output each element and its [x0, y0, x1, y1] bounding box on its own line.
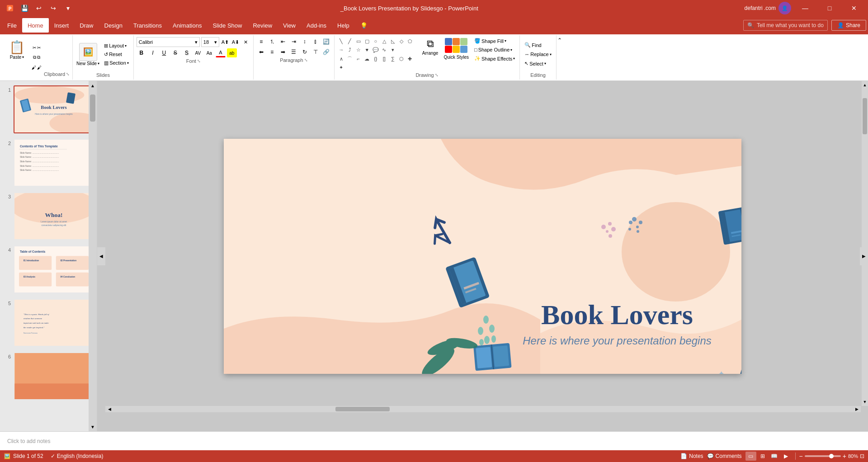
layout-button[interactable]: ⊞ Layout ▾: [102, 42, 131, 50]
menu-slideshow[interactable]: Slide Show: [207, 18, 247, 33]
paste-button[interactable]: 📋 Paste ▾: [6, 38, 28, 61]
slide-thumb-2[interactable]: Contents of This Template Slide Name: ..…: [14, 139, 94, 187]
notes-placeholder[interactable]: Click to add notes: [7, 438, 50, 444]
undo-button[interactable]: ↩: [33, 2, 45, 14]
char-spacing-button[interactable]: AV: [193, 48, 203, 57]
shapes-more[interactable]: ▾: [389, 46, 397, 54]
align-right-button[interactable]: ➡: [278, 47, 288, 57]
copy-button[interactable]: ⧉ ⧉: [29, 53, 44, 62]
font-expand-icon[interactable]: ⤡: [197, 59, 201, 63]
vscroll-thumb[interactable]: [863, 98, 867, 134]
menu-review[interactable]: Review: [247, 18, 278, 33]
menu-animations[interactable]: Animations: [167, 18, 207, 33]
new-slide-button[interactable]: 🖼️ New Slide ▾: [75, 42, 100, 67]
font-size-dropdown[interactable]: ▾: [214, 39, 217, 45]
shape-brace[interactable]: []: [380, 55, 388, 63]
menu-file[interactable]: File: [2, 18, 22, 33]
menu-insert[interactable]: Insert: [49, 18, 75, 33]
list-item[interactable]: 2 Contents of This Template Slide Name: …: [2, 138, 95, 188]
shape-cross[interactable]: ✚: [406, 55, 414, 63]
shape-wave[interactable]: ∿: [380, 46, 388, 54]
vscroll-down[interactable]: ▼: [862, 398, 868, 406]
save-button[interactable]: 💾: [18, 2, 31, 14]
slide-thumb-4[interactable]: Table of Contents 01 Introduction 02 Pre…: [14, 245, 94, 293]
shape-outline-button[interactable]: □ Shape Outline ▾: [472, 46, 517, 53]
language-indicator[interactable]: ✓ English (Indonesia): [51, 453, 104, 459]
fit-slide-button[interactable]: ⊡: [860, 453, 864, 459]
justify-button[interactable]: ☰: [289, 47, 299, 57]
arrange-button[interactable]: ⧉ Arrange: [420, 37, 440, 57]
new-slide-dropdown[interactable]: ▾: [98, 61, 99, 66]
bold-button[interactable]: B: [137, 48, 146, 57]
list-item[interactable]: 5 "This is a quote. Words full of wisdom…: [2, 298, 95, 348]
slide-thumb-1[interactable]: Book Lovers Here is where your presentat…: [14, 85, 94, 133]
menu-help-icon[interactable]: 💡: [355, 18, 373, 33]
hscroll-left[interactable]: ◀: [105, 406, 113, 412]
shape-curved-arrow[interactable]: ⤴: [346, 46, 354, 54]
menu-help[interactable]: Help: [332, 18, 355, 33]
clear-formatting-button[interactable]: ✕: [241, 38, 250, 47]
shape-right-triangle[interactable]: ◺: [389, 37, 397, 45]
shape-bracket[interactable]: {}: [372, 55, 380, 63]
shape-freeform[interactable]: ∧: [337, 55, 345, 63]
font-color-button[interactable]: A: [216, 48, 226, 57]
align-text-button[interactable]: ⊤: [311, 47, 321, 57]
zoom-thumb[interactable]: [829, 454, 834, 458]
shape-heart[interactable]: ♥: [363, 46, 371, 54]
scroll-up-button[interactable]: ▲: [89, 81, 97, 90]
text-highlight-button[interactable]: ab: [227, 48, 237, 57]
increase-indent-button[interactable]: ⇥: [289, 37, 299, 46]
normal-view-button[interactable]: ▭: [745, 452, 756, 461]
paragraph-group-label[interactable]: Paragraph ⤡: [280, 57, 307, 63]
reset-button[interactable]: ↺ Reset: [102, 51, 131, 58]
clipboard-expand-icon[interactable]: ⤡: [66, 72, 70, 76]
paste-dropdown-icon[interactable]: ▾: [22, 55, 24, 59]
drawing-group-label[interactable]: Drawing ⤡: [415, 72, 438, 78]
list-item[interactable]: 3 Whoa! Lorem ipsum dolor sit amet conse…: [2, 191, 95, 241]
canvas-scroll-right[interactable]: ▶: [860, 247, 868, 265]
search-box[interactable]: 🔍 Tell me what you want to do: [743, 20, 828, 31]
font-size-down-button[interactable]: A⬇: [231, 38, 240, 47]
underline-button[interactable]: U: [159, 48, 169, 57]
slide-thumb-6[interactable]: [14, 352, 94, 400]
shape-pentagon[interactable]: ⬠: [406, 37, 414, 45]
menu-home[interactable]: Home: [22, 18, 49, 33]
shape-fill-dropdown[interactable]: ▾: [505, 39, 506, 43]
menu-view[interactable]: View: [278, 18, 301, 33]
vscroll-up[interactable]: ▲: [862, 81, 868, 89]
align-left-button[interactable]: ⬅: [256, 47, 266, 57]
customize-quick-access[interactable]: ▾: [61, 2, 74, 14]
shape-rounded-rect[interactable]: ▢: [363, 37, 371, 45]
minimize-button[interactable]: —: [795, 0, 816, 16]
font-name-dropdown[interactable]: ▾: [195, 39, 198, 45]
user-area[interactable]: defantri .com 👤: [745, 2, 791, 14]
bullets-button[interactable]: ≡: [256, 37, 266, 46]
section-button[interactable]: ▥ Section ▾: [102, 59, 131, 67]
text-direction-button[interactable]: ↻: [300, 47, 310, 57]
slide-thumb-5[interactable]: "This is a quote. Words full of wisdom t…: [14, 299, 94, 347]
change-case-button[interactable]: Aa: [204, 48, 214, 57]
select-dropdown[interactable]: ▾: [544, 61, 546, 66]
shape-rect[interactable]: ▭: [354, 37, 363, 45]
format-painter-button[interactable]: 🖌 🖌: [29, 63, 44, 72]
font-name-selector[interactable]: Calibri ▾: [137, 37, 200, 47]
shape-line[interactable]: ╲: [337, 37, 345, 45]
shadow-button[interactable]: S: [182, 48, 192, 57]
redo-button[interactable]: ↪: [47, 2, 60, 14]
find-button[interactable]: 🔍 Find: [523, 41, 553, 49]
shape-connector[interactable]: ⌐: [354, 55, 363, 63]
line-spacing-button[interactable]: ↕: [300, 37, 310, 46]
zoom-slider[interactable]: [805, 455, 841, 457]
slide-thumb-3[interactable]: Whoa! Lorem ipsum dolor sit amet consect…: [14, 192, 94, 240]
shape-cloud[interactable]: ☁: [363, 55, 371, 63]
notes-toggle[interactable]: 📄 Notes: [680, 453, 703, 459]
clipboard-group-label[interactable]: Clipboard ⤡: [44, 71, 70, 77]
zoom-level[interactable]: 80%: [848, 453, 858, 459]
shape-callout[interactable]: 💬: [372, 46, 380, 54]
menu-transitions[interactable]: Transitions: [128, 18, 167, 33]
list-item[interactable]: 1 Book Lovers Here is where your present…: [2, 85, 95, 134]
shape-fill-button[interactable]: 🪣 Shape Fill ▾: [472, 37, 517, 45]
menu-addins[interactable]: Add-ins: [301, 18, 332, 33]
link-text-button[interactable]: 🔗: [321, 47, 331, 57]
canvas-scroll-left[interactable]: ◀: [97, 247, 105, 265]
